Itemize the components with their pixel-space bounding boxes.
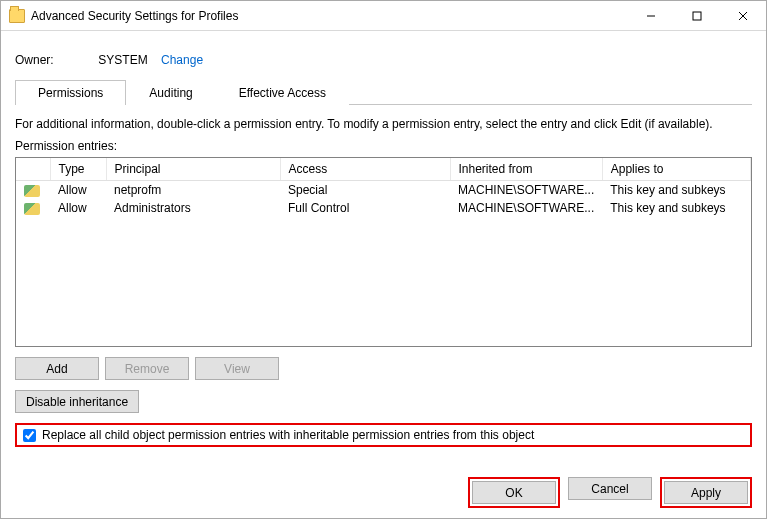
replace-children-label[interactable]: Replace all child object permission entr… <box>23 428 534 442</box>
replace-children-checkbox[interactable] <box>23 429 36 442</box>
cell-applies: This key and subkeys <box>602 181 750 200</box>
advanced-security-window: Advanced Security Settings for Profiles … <box>0 0 767 519</box>
cell-access: Special <box>280 181 450 200</box>
column-type[interactable]: Type <box>50 158 106 181</box>
column-inherited[interactable]: Inherited from <box>450 158 602 181</box>
tabs: Permissions Auditing Effective Access <box>15 79 752 105</box>
tab-effective-access[interactable]: Effective Access <box>216 80 349 105</box>
entry-buttons: Add Remove View <box>15 357 752 380</box>
replace-children-text: Replace all child object permission entr… <box>42 428 534 442</box>
titlebar: Advanced Security Settings for Profiles <box>1 1 766 31</box>
table-row[interactable]: AllownetprofmSpecialMACHINE\SOFTWARE...T… <box>16 181 751 200</box>
maximize-button[interactable] <box>674 1 720 31</box>
cell-inherited: MACHINE\SOFTWARE... <box>450 181 602 200</box>
add-button[interactable]: Add <box>15 357 99 380</box>
cell-type: Allow <box>50 199 106 217</box>
svg-rect-1 <box>693 12 701 20</box>
tab-auditing[interactable]: Auditing <box>126 80 215 105</box>
cell-applies: This key and subkeys <box>602 199 750 217</box>
table-row[interactable]: AllowAdministratorsFull ControlMACHINE\S… <box>16 199 751 217</box>
cancel-button[interactable]: Cancel <box>568 477 652 500</box>
owner-value: SYSTEM <box>98 53 147 67</box>
inheritance-row: Disable inheritance <box>15 390 752 413</box>
ok-button[interactable]: OK <box>472 481 556 504</box>
users-icon <box>24 203 40 215</box>
disable-inheritance-button[interactable]: Disable inheritance <box>15 390 139 413</box>
content-area: Owner: SYSTEM Change Permissions Auditin… <box>1 31 766 518</box>
column-principal[interactable]: Principal <box>106 158 280 181</box>
entries-label: Permission entries: <box>15 139 752 153</box>
close-button[interactable] <box>720 1 766 31</box>
cell-inherited: MACHINE\SOFTWARE... <box>450 199 602 217</box>
column-icon[interactable] <box>16 158 50 181</box>
apply-button[interactable]: Apply <box>664 481 748 504</box>
cell-access: Full Control <box>280 199 450 217</box>
window-title: Advanced Security Settings for Profiles <box>31 9 628 23</box>
replace-children-row: Replace all child object permission entr… <box>15 423 752 447</box>
owner-row: Owner: SYSTEM Change <box>15 53 752 67</box>
remove-button: Remove <box>105 357 189 380</box>
owner-label: Owner: <box>15 53 95 67</box>
cell-principal: Administrators <box>106 199 280 217</box>
view-button: View <box>195 357 279 380</box>
info-text: For additional information, double-click… <box>15 117 752 131</box>
users-icon <box>24 185 40 197</box>
folder-icon <box>9 9 25 23</box>
cell-type: Allow <box>50 181 106 200</box>
column-applies[interactable]: Applies to <box>602 158 750 181</box>
cell-principal: netprofm <box>106 181 280 200</box>
permission-entries-table[interactable]: Type Principal Access Inherited from App… <box>15 157 752 347</box>
change-owner-link[interactable]: Change <box>161 53 203 67</box>
dialog-footer: OK Cancel Apply <box>15 467 752 508</box>
column-access[interactable]: Access <box>280 158 450 181</box>
minimize-button[interactable] <box>628 1 674 31</box>
tab-permissions[interactable]: Permissions <box>15 80 126 105</box>
